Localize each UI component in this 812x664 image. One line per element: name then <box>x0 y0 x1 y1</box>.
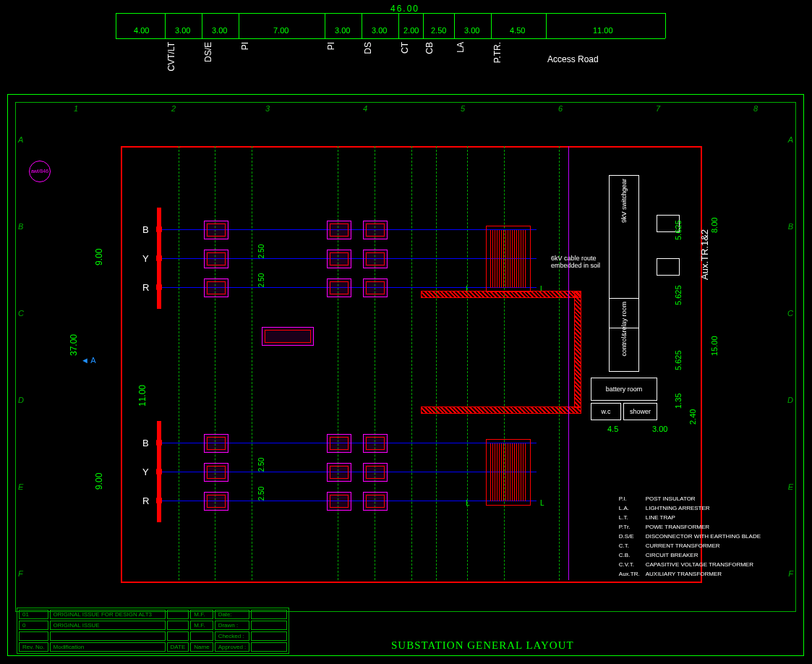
phase-y: Y <box>142 467 149 477</box>
bay-1 <box>161 215 537 302</box>
tick <box>325 13 325 38</box>
vlabel: P.TR. <box>492 42 503 63</box>
tick <box>165 13 166 38</box>
dimline-bot <box>116 38 665 39</box>
dim: 4.50 <box>510 26 525 35</box>
phase-y: Y <box>142 253 149 264</box>
sp: 2.50 <box>257 487 265 501</box>
gr: A <box>18 135 23 144</box>
tick <box>454 13 455 38</box>
gr: A <box>788 135 793 144</box>
cable-trench-h <box>421 291 581 298</box>
eq-ds <box>204 250 228 268</box>
aux-tr-2 <box>657 258 680 276</box>
gr: F <box>788 569 793 578</box>
sp: 2.50 <box>257 458 265 472</box>
total-width: 46.00 <box>390 4 419 14</box>
gc: 8 <box>753 104 758 113</box>
power-transformer-1 <box>486 226 531 292</box>
legend: P.I.POST INSULATOR L.A.LIGHTNING ARRESTE… <box>617 493 766 579</box>
tick <box>423 13 424 38</box>
tick <box>665 13 666 38</box>
room-wc: w.c <box>591 403 621 420</box>
eq-pi <box>327 492 351 511</box>
tick <box>546 13 547 38</box>
eq-ds <box>204 221 228 239</box>
gr: B <box>18 222 23 231</box>
dim-9b: 9.00 <box>94 473 104 490</box>
power-transformer-2 <box>486 439 531 506</box>
rd: 4.5 <box>607 425 618 433</box>
dim-37: 37.00 <box>69 334 79 356</box>
cl <box>338 146 338 580</box>
cable-trench-v <box>574 291 581 408</box>
phase-b: B <box>142 438 149 448</box>
dim: 3.00 <box>335 26 350 35</box>
gr: F <box>18 569 23 578</box>
room-battery: battery room <box>591 378 657 401</box>
eq-ds <box>204 278 228 297</box>
eq-ds <box>363 434 388 453</box>
eq-ds <box>363 250 388 268</box>
vlabel: PI <box>326 42 336 50</box>
gr: D <box>787 396 793 404</box>
tick <box>491 13 492 38</box>
revision-circle: awl/846 <box>29 161 51 182</box>
phase-r: R <box>142 495 149 506</box>
gr: E <box>18 482 23 491</box>
dim: 11.00 <box>593 26 613 35</box>
cl <box>179 146 179 580</box>
dim: 4.00 <box>134 26 149 35</box>
gr: D <box>18 396 24 404</box>
rd: 5.625 <box>674 285 683 305</box>
rd: 5.625 <box>674 220 683 240</box>
dim: 3.00 <box>175 26 190 35</box>
rd: 1.35 <box>674 393 683 409</box>
dimline-top <box>116 13 665 14</box>
section-a-left: ◄ A <box>81 356 96 365</box>
dim: 2.00 <box>403 26 419 35</box>
rd: 3.00 <box>652 425 667 433</box>
vlabel: PI <box>240 42 250 50</box>
gc: 6 <box>558 104 563 113</box>
cl <box>375 146 375 580</box>
fence-east <box>568 146 569 580</box>
cable-trench-h2 <box>421 407 581 414</box>
eq-bus-ds <box>262 327 314 346</box>
dim: 7.00 <box>273 26 289 35</box>
busdot <box>156 284 162 290</box>
gr: E <box>788 482 793 491</box>
eq-ds <box>363 278 388 297</box>
dim-9a: 9.00 <box>94 249 104 265</box>
tick <box>202 13 202 38</box>
eq-pi <box>327 463 351 482</box>
cable-note: 6kV cable route embedded in soil <box>551 255 616 269</box>
eq-ds <box>363 492 388 511</box>
dim: 3.00 <box>372 26 387 35</box>
gc: 7 <box>656 104 660 113</box>
gc: 1 <box>74 104 78 113</box>
room-shower: shower <box>623 403 657 420</box>
vlabel: Access Road <box>547 54 599 64</box>
vlabel: DS/E <box>203 42 213 62</box>
vlabel: CVT/LT <box>166 42 176 71</box>
cl <box>436 146 437 580</box>
eq-ds <box>363 221 388 239</box>
vlabel: LA <box>456 42 466 53</box>
room-control-relay: control&relay room <box>609 298 639 372</box>
top-dimension-bar: 46.00 4.00 3.00 3.00 7.00 3.00 3.00 2.00… <box>116 0 680 87</box>
inner-frame: 1 2 3 4 5 6 7 8 A B C D E F A B C D E F … <box>15 102 796 612</box>
eq-ds <box>204 492 228 511</box>
cl <box>559 146 560 580</box>
tick <box>116 13 116 38</box>
phase-b: B <box>142 224 149 235</box>
eq-ds <box>363 463 388 482</box>
dim: 3.00 <box>464 26 479 35</box>
eq-ds <box>204 434 228 453</box>
tick <box>362 13 362 38</box>
busdot <box>156 440 162 446</box>
gr: C <box>787 309 793 318</box>
gc: 3 <box>265 104 270 113</box>
cl <box>411 146 412 580</box>
busdot <box>156 226 162 232</box>
